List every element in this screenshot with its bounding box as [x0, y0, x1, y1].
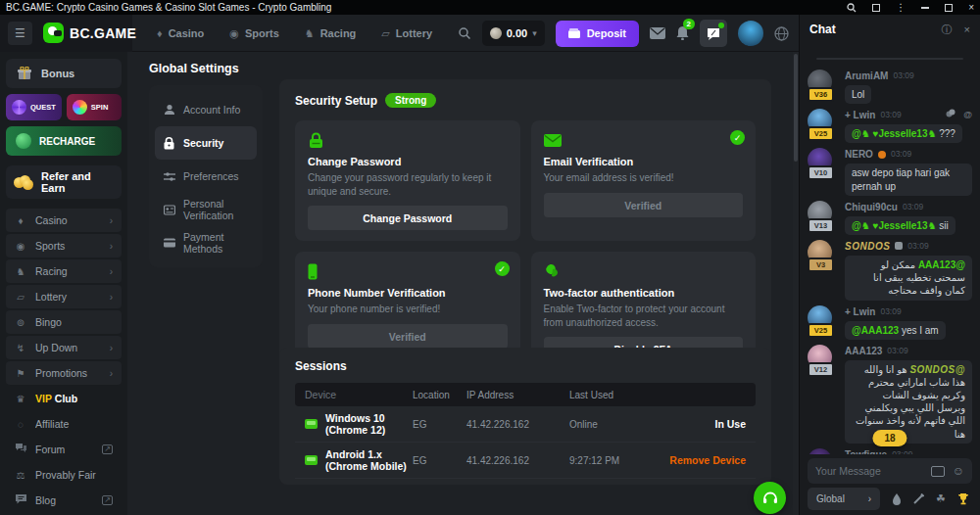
timestamp: 03:09: [887, 345, 907, 357]
user-flair-icon: [878, 151, 886, 159]
user-avatar[interactable]: [738, 21, 763, 46]
sidebar-toggle-button[interactable]: ☰: [8, 22, 32, 45]
chat-panel: Chat ⓘ × V36 ArumiAM 03:09 Lol V25 + Lwi…: [799, 15, 980, 515]
chat-rules-icon[interactable]: [913, 493, 924, 504]
username[interactable]: AAA123: [845, 345, 882, 357]
chat-message-input[interactable]: [815, 465, 923, 477]
brand-logo[interactable]: BC.GAME: [43, 23, 136, 43]
support-button[interactable]: [754, 482, 786, 514]
col-location: Location: [413, 390, 466, 400]
nav-racing[interactable]: ♞ Racing: [305, 27, 357, 40]
emoji-icon[interactable]: ☺: [953, 465, 964, 477]
security-setup-title: Security Setup: [295, 94, 377, 108]
sidebar-item-promotions[interactable]: ⚑ Promotions ›: [6, 361, 122, 385]
notifications-bell-icon[interactable]: 2: [676, 26, 689, 40]
balance-selector[interactable]: 0.00 ▾: [482, 21, 545, 46]
gif-icon[interactable]: [931, 466, 945, 477]
nav-sports[interactable]: ◉ Sports: [229, 27, 278, 40]
sidebar-item-vip-club[interactable]: ♛ VIP Club: [6, 387, 122, 410]
nav-lottery[interactable]: ▱ Lottery: [381, 27, 432, 40]
chat-input-row: ☺: [808, 458, 972, 484]
mention[interactable]: @♞ ♥Jesselle13♞: [852, 128, 936, 139]
chat-channel-selector[interactable]: Global ›: [808, 488, 880, 510]
mention[interactable]: @AAA123: [918, 259, 965, 270]
deposit-button[interactable]: Deposit: [556, 21, 639, 47]
sidebar-item-forum[interactable]: Forum ↗: [6, 438, 122, 461]
refer-label: Refer and Earn: [41, 170, 114, 194]
settings-tab-personal-verification[interactable]: Personal Verification: [155, 193, 257, 226]
id-card-icon: [163, 205, 175, 215]
lock-icon: [163, 137, 175, 150]
lottery-icon: ▱: [381, 27, 389, 40]
card-title: Phone Number Verification: [308, 287, 508, 299]
message-bubble: Lol: [845, 85, 871, 104]
sidebar-item-label: Lottery: [35, 291, 101, 303]
settings-tab-security[interactable]: Security: [155, 126, 257, 160]
sidebar-item-provably-fair[interactable]: ⚖ Provably Fair: [6, 463, 122, 487]
username[interactable]: Chiqui90cu: [845, 201, 898, 213]
level-badge: V3: [808, 258, 834, 272]
refer-and-earn-button[interactable]: Refer and Earn: [6, 165, 122, 199]
search-icon[interactable]: [458, 26, 471, 40]
chat-messages[interactable]: V36 ArumiAM 03:09 Lol V25 + Lwin 03:09 @…: [800, 44, 980, 454]
recharge-button[interactable]: RECHARGE: [6, 126, 122, 156]
rewards-trophy-icon[interactable]: [957, 493, 969, 505]
settings-tab-account-info[interactable]: Account Info: [155, 93, 257, 126]
menu-kebab-icon[interactable]: ⋮: [896, 2, 906, 13]
username[interactable]: Towfique: [845, 448, 887, 454]
sidebar-item-updown[interactable]: ↯ Up Down ›: [6, 336, 122, 359]
mention[interactable]: @SONDOS: [909, 364, 965, 375]
online-dot: [718, 23, 724, 28]
forum-icon: [15, 444, 26, 455]
chat-info-icon[interactable]: ⓘ: [942, 23, 953, 37]
quest-button[interactable]: QUEST: [6, 94, 62, 120]
remove-device-button[interactable]: Remove Device: [653, 454, 746, 466]
username[interactable]: + Lwin: [845, 109, 875, 121]
username[interactable]: NERO: [845, 148, 873, 161]
avatar[interactable]: [808, 448, 832, 454]
chat-rain-icon[interactable]: [892, 493, 902, 505]
language-globe-icon[interactable]: [774, 26, 789, 41]
phone-verified-button[interactable]: Verified: [308, 324, 508, 349]
chat-message: V25 + Lwin 03:09 @ @♞ ♥Jesselle13♞ ???: [808, 109, 972, 143]
minimize-icon[interactable]: [921, 7, 929, 9]
username[interactable]: ArumiAM: [845, 70, 888, 82]
username[interactable]: SONDOS: [845, 240, 890, 253]
sidebar-item-racing[interactable]: ♞ Racing ›: [6, 259, 122, 283]
session-row: Android 1.x (Chrome Mobile) EG 41.42.226…: [295, 443, 756, 479]
settings-tab-payment-methods[interactable]: Payment Methods: [155, 226, 257, 259]
chevron-right-icon: ›: [110, 368, 113, 379]
sidebar-item-bingo[interactable]: ⊚ Bingo: [6, 310, 122, 334]
person-icon: [163, 104, 175, 116]
sidebar-item-sports[interactable]: ◉ Sports ›: [6, 234, 122, 258]
change-password-button[interactable]: Change Password: [308, 206, 508, 230]
sidebar-item-lottery[interactable]: ▱ Lottery ›: [6, 285, 122, 308]
nav-casino[interactable]: ♦ Casino: [157, 27, 204, 39]
moderator-clover-icon[interactable]: ☘: [936, 492, 946, 505]
brand-name: BC.GAME: [70, 25, 136, 41]
mention[interactable]: @♞ ♥Jesselle13♞: [852, 220, 936, 231]
chat-close-icon[interactable]: ×: [964, 23, 970, 35]
tabs-icon[interactable]: [872, 4, 880, 12]
tip-coins-icon[interactable]: [946, 109, 956, 121]
new-messages-badge[interactable]: 18: [872, 430, 906, 446]
settings-tab-preferences[interactable]: Preferences: [155, 160, 257, 193]
level-badge: V25: [808, 323, 834, 338]
chat-toggle-button[interactable]: [700, 20, 727, 47]
sidebar-item-label: Affiliate: [35, 418, 113, 430]
search-icon[interactable]: [847, 3, 857, 13]
inbox-icon[interactable]: [650, 27, 665, 39]
restore-icon[interactable]: [945, 4, 953, 12]
sidebar-item-affiliate[interactable]: ◌ Affiliate: [6, 412, 122, 436]
close-icon[interactable]: ×: [968, 2, 974, 13]
mention[interactable]: @AAA123: [852, 325, 899, 336]
email-verified-button[interactable]: Verified: [544, 193, 744, 217]
sidebar-item-casino[interactable]: ♦ Casino ›: [6, 209, 122, 232]
username[interactable]: + Lwin: [845, 305, 875, 318]
vip-crown-icon: ♛: [15, 394, 26, 404]
sidebar-item-blog[interactable]: Blog ↗: [6, 489, 122, 512]
spin-button[interactable]: SPIN: [67, 94, 122, 120]
mention-at-icon[interactable]: @: [963, 109, 972, 121]
sliders-icon: [163, 171, 175, 182]
bonus-button[interactable]: Bonus: [6, 59, 122, 88]
